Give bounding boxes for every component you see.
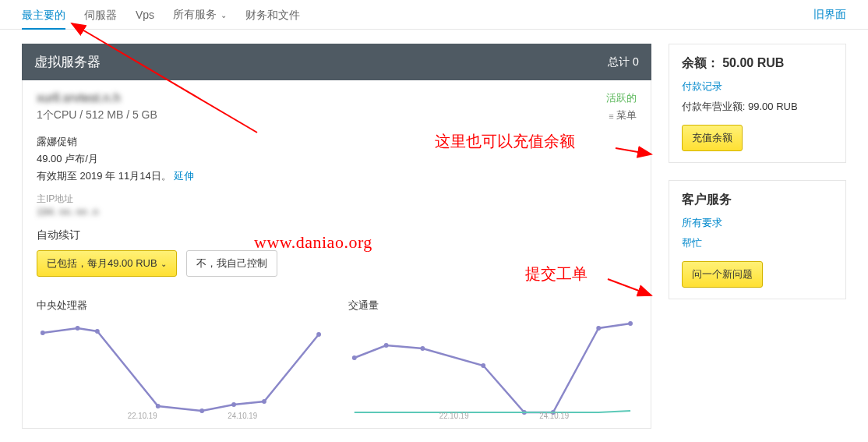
svg-point-12	[420, 346, 425, 351]
svg-point-2	[95, 329, 100, 334]
ip-label: 主IP地址	[37, 193, 637, 206]
svg-point-5	[231, 402, 236, 407]
panel-title: 虚拟服务器	[34, 53, 101, 71]
panel-total: 总计 0	[608, 55, 639, 69]
help-link[interactable]: 帮忙	[682, 236, 833, 250]
nav-server[interactable]: 伺服器	[84, 1, 117, 29]
topup-button[interactable]: 充值余额	[682, 125, 743, 151]
support-block: 客户服务 所有要求 帮忙 问一个新问题	[669, 180, 846, 299]
autorenew-included-label: 已包括，每月49.00 RUB	[47, 256, 157, 271]
server-specs: 1个CPU / 512 MB / 5 GB	[37, 108, 157, 122]
status-active: 活跃的	[606, 91, 637, 105]
nav-finance[interactable]: 财务和文件	[245, 1, 300, 29]
ask-question-button[interactable]: 问一个新问题	[682, 261, 763, 288]
chart-traffic: 22.10.19 24.10.19	[348, 319, 637, 420]
svg-point-16	[596, 326, 601, 331]
balance-label: 余额：	[682, 56, 719, 69]
chart-cpu-title: 中央处理器	[37, 299, 325, 313]
nav-all-services-label: 所有服务	[173, 8, 217, 20]
panel-body: xurll.srvtest.n.h 1个CPU / 512 MB / 5 GB …	[22, 80, 651, 429]
autorenew-self-button[interactable]: 不，我自己控制	[186, 250, 277, 277]
svg-point-13	[481, 363, 485, 368]
chevron-down-icon: ⌄	[218, 11, 227, 19]
svg-point-1	[76, 326, 80, 331]
autorenew-label: 自动续订	[37, 228, 637, 242]
nav-vps[interactable]: Vps	[136, 1, 154, 29]
support-title: 客户服务	[682, 192, 833, 208]
chart-cpu: 22.10.19 24.10.19	[37, 319, 325, 420]
balance-amount: 50.00 RUB	[722, 56, 784, 69]
svg-text:24.10.19: 24.10.19	[228, 412, 257, 420]
svg-point-6	[262, 399, 266, 404]
svg-point-4	[199, 408, 204, 413]
panel-header: 虚拟服务器 总计 0	[22, 44, 651, 80]
server-menu[interactable]: ≡菜单	[606, 108, 637, 122]
autorenew-included-button[interactable]: 已包括，每月49.00 RUB ⌄	[37, 250, 177, 277]
svg-point-0	[41, 331, 45, 335]
svg-point-7	[316, 332, 321, 337]
svg-point-11	[384, 343, 389, 348]
svg-text:22.10.19: 22.10.19	[439, 412, 469, 420]
server-expiry: 有效期至 2019 年 11月14日。	[37, 170, 171, 182]
nav-main[interactable]: 最主要的	[22, 1, 65, 29]
server-price: 49.00 卢布/月	[37, 150, 637, 168]
chart-traffic-title: 交通量	[348, 299, 637, 313]
server-menu-label: 菜单	[616, 109, 637, 121]
balance-title: 余额： 50.00 RUB	[682, 55, 833, 72]
hamburger-icon: ≡	[609, 113, 612, 119]
svg-point-3	[156, 404, 161, 408]
nav-old-ui[interactable]: 旧界面	[813, 8, 846, 22]
svg-text:24.10.19: 24.10.19	[539, 412, 569, 420]
svg-point-17	[628, 321, 633, 326]
chevron-down-icon: ⌄	[161, 260, 167, 268]
all-requests-link[interactable]: 所有要求	[682, 216, 833, 230]
server-promo: 露娜促销	[37, 133, 637, 150]
turnover: 付款年营业额: 99.00 RUB	[682, 100, 833, 114]
nav-all-services[interactable]: 所有服务 ⌄	[173, 0, 227, 30]
server-name[interactable]: xurll.srvtest.n.h	[37, 91, 157, 105]
svg-point-10	[352, 355, 357, 360]
ip-value: 194. nn. nn .n	[37, 206, 637, 217]
extend-link[interactable]: 延伸	[174, 170, 194, 182]
top-nav: 最主要的 伺服器 Vps 所有服务 ⌄ 财务和文件 旧界面	[0, 0, 868, 30]
payment-history-link[interactable]: 付款记录	[682, 80, 833, 94]
svg-text:22.10.19: 22.10.19	[128, 412, 157, 420]
balance-block: 余额： 50.00 RUB 付款记录 付款年营业额: 99.00 RUB 充值余…	[669, 44, 846, 163]
